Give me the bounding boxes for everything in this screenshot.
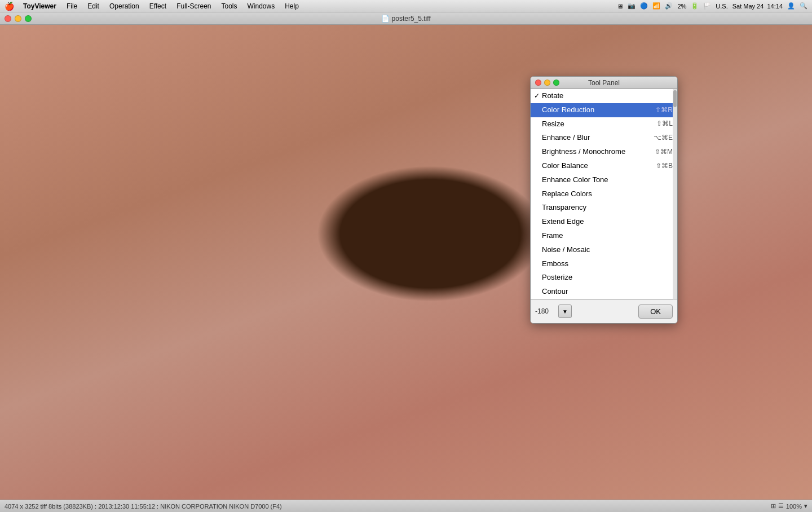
tool-menu-item-label: Color Reduction (542, 104, 594, 116)
menu-windows[interactable]: Windows (243, 2, 280, 11)
tool-menu-item-label: Contour (542, 286, 568, 298)
menu-effect[interactable]: Effect (145, 2, 171, 11)
tool-panel-menu: RotateColor Reduction⇧⌘RResize⇧⌘LEnhance… (531, 89, 677, 299)
icon-list: ☰ (778, 502, 784, 510)
tool-menu-item-8[interactable]: Transparency (531, 201, 677, 215)
search-icon[interactable]: 🔍 (800, 2, 807, 10)
tool-menu-item-shortcut: ⇧⌘M (655, 147, 673, 157)
tool-menu-item-label: Color Balance (542, 160, 588, 172)
tool-menu-item-11[interactable]: Noise / Mosaic (531, 243, 677, 257)
tool-menu-item-label: Replace Colors (542, 188, 592, 200)
tool-menu-item-3[interactable]: Enhance / Blur⌥⌘E (531, 131, 677, 145)
menu-tools[interactable]: Tools (217, 2, 241, 11)
tool-panel-title: Tool Panel (588, 79, 620, 87)
scrollbar[interactable] (673, 89, 677, 299)
ok-button[interactable]: OK (638, 304, 673, 319)
tool-menu-item-shortcut: ⌥⌘E (654, 133, 673, 143)
tool-menu-item-5[interactable]: Color Balance⇧⌘B (531, 159, 677, 173)
tool-menu-item-12[interactable]: Emboss (531, 257, 677, 271)
tool-panel: Tool Panel RotateColor Reduction⇧⌘RResiz… (530, 76, 678, 324)
menu-right-icons: 🖥 📷 🔵 📶 🔊 2% 🔋 🏳️ U.S. Sat May 24 14:14 … (617, 2, 807, 10)
dropdown-arrow-button[interactable]: ▼ (558, 304, 572, 318)
value-display: -180 (535, 307, 555, 315)
tool-menu-item-label: Resize (542, 118, 564, 130)
camera-icon: 📷 (628, 2, 636, 10)
language-flag: 🏳️ (703, 2, 711, 10)
window-title: 📄 poster5_5.tiff (381, 15, 431, 23)
tool-menu-item-14[interactable]: Contour (531, 285, 677, 299)
datetime: Sat May 24 14:14 (732, 3, 783, 10)
minimize-button[interactable] (15, 15, 21, 22)
statusbar-right: ⊞ ☰ 100% ▾ (771, 502, 807, 510)
menu-file[interactable]: File (62, 2, 82, 11)
user-icon: 👤 (787, 2, 795, 10)
tool-menu-item-label: Extend Edge (542, 216, 584, 228)
tool-menu-item-label: Brightness / Monochrome (542, 146, 625, 158)
maximize-button[interactable] (25, 15, 32, 22)
tool-menu-item-shortcut: ⇧⌘B (656, 161, 673, 171)
battery-percent: 2% (677, 3, 686, 10)
tool-menu-item-label: Emboss (542, 258, 568, 270)
tool-panel-traffic-lights (535, 80, 559, 86)
tool-menu-item-label: Rotate (542, 90, 563, 102)
zoom-level: 100% (786, 503, 802, 510)
image-canvas (0, 25, 812, 500)
zoom-dropdown[interactable]: ▾ (804, 502, 807, 510)
tool-menu-item-13[interactable]: Posterize (531, 271, 677, 285)
volume-icon: 🔊 (665, 2, 673, 10)
tool-panel-minimize[interactable] (544, 80, 550, 86)
menu-operation[interactable]: Operation (105, 2, 144, 11)
battery-icon: 🔋 (691, 2, 699, 10)
tool-menu-item-label: Transparency (542, 202, 586, 214)
tool-menu-item-label: Posterize (542, 272, 572, 284)
tool-menu-item-label: Noise / Mosaic (542, 244, 590, 256)
bluetooth-icon: 🔵 (640, 2, 648, 10)
tool-menu-item-2[interactable]: Resize⇧⌘L (531, 117, 677, 131)
tool-dropdown-container: RotateColor Reduction⇧⌘RResize⇧⌘LEnhance… (531, 89, 677, 299)
menu-edit[interactable]: Edit (83, 2, 104, 11)
menu-fullscreen[interactable]: Full-Screen (172, 2, 215, 11)
statusbar: 4074 x 3252 tiff 8bits (38823KB) : 2013:… (0, 500, 812, 512)
tool-panel-close[interactable] (535, 80, 541, 86)
window-titlebar: 📄 poster5_5.tiff (0, 12, 812, 25)
tool-menu-item-label: Frame (542, 230, 563, 242)
tool-menu-item-label: Enhance / Blur (542, 132, 590, 144)
tool-menu-item-6[interactable]: Enhance Color Tone (531, 173, 677, 187)
tool-menu-item-shortcut: ⇧⌘L (656, 118, 673, 129)
menu-app-name[interactable]: ToyViewer (19, 2, 61, 11)
tool-menu-item-7[interactable]: Replace Colors (531, 187, 677, 201)
tool-menu-item-0[interactable]: Rotate (531, 89, 677, 103)
language-label: U.S. (716, 3, 727, 10)
tool-menu-item-4[interactable]: Brightness / Monochrome⇧⌘M (531, 145, 677, 159)
apple-menu[interactable]: 🍎 (5, 2, 14, 11)
icon-grid: ⊞ (771, 502, 776, 510)
menubar: 🍎 ToyViewer File Edit Operation Effect F… (0, 0, 812, 12)
tool-menu-item-9[interactable]: Extend Edge (531, 215, 677, 229)
image-info: 4074 x 3252 tiff 8bits (38823KB) : 2013:… (5, 503, 282, 510)
tool-menu-item-label: Enhance Color Tone (542, 174, 608, 186)
display-icon: 🖥 (617, 3, 623, 10)
menu-help[interactable]: Help (280, 2, 303, 11)
panel-bottom: -180 ▼ OK (531, 299, 677, 323)
tool-panel-titlebar: Tool Panel (531, 77, 677, 89)
tool-menu-item-shortcut: ⇧⌘R (655, 105, 673, 116)
traffic-lights (5, 15, 32, 22)
tool-menu-item-10[interactable]: Frame (531, 229, 677, 243)
tool-panel-maximize[interactable] (553, 80, 559, 86)
main-image-area (0, 25, 812, 500)
tool-menu-item-1[interactable]: Color Reduction⇧⌘R (531, 103, 677, 117)
close-button[interactable] (5, 15, 11, 22)
wifi-icon: 📶 (652, 2, 660, 10)
scrollbar-thumb[interactable] (673, 90, 677, 107)
